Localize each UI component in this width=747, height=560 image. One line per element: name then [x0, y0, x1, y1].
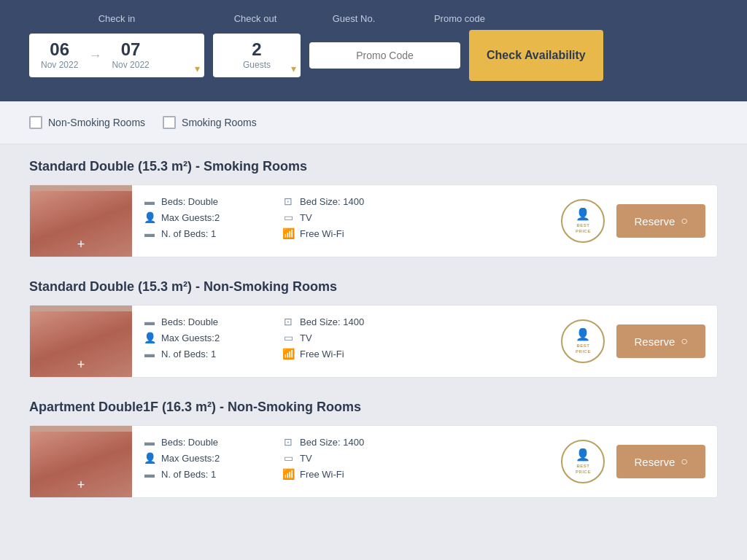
promo-input[interactable] — [321, 50, 449, 61]
booking-bar: Check in Check out Guest No. Promo code … — [0, 0, 747, 101]
guest-dropdown-icon: ▾ — [291, 63, 296, 74]
wifi-spec-2: 📶 Free Wi-Fi — [282, 348, 399, 359]
room-amenities-3: ⊡ Bed Size: 1400 ▭ TV 📶 Free Wi-Fi — [282, 436, 399, 487]
tv-label-2: TV — [300, 332, 312, 343]
max-guests-label-2: Max Guests:2 — [161, 332, 220, 343]
room-title-1: Standard Double (15.3 m²) - Smoking Room… — [29, 159, 718, 174]
filter-section: Non-Smoking Rooms Smoking Rooms — [0, 101, 747, 144]
monitor-icon-1: ▭ — [282, 211, 294, 223]
non-smoking-filter[interactable]: Non-Smoking Rooms — [29, 116, 145, 129]
rooms-section: Standard Double (15.3 m²) - Smoking Room… — [0, 144, 747, 534]
guest-unit: Guests — [243, 60, 271, 70]
room-price-area-1: 👤 BEST PRICE Reserve ○ — [549, 185, 717, 257]
expand-photos-icon-1[interactable]: + — [77, 237, 85, 252]
room-amenities-2: ⊡ Bed Size: 1400 ▭ TV 📶 Free Wi-Fi — [282, 316, 399, 367]
guest-label: Guest No. — [306, 13, 401, 24]
wifi-icon-3: 📶 — [282, 468, 294, 480]
expand-photos-icon-2[interactable]: + — [77, 357, 85, 373]
reserve-button-3[interactable]: Reserve ○ — [616, 445, 705, 478]
person-icon-1: 👤 — [144, 211, 155, 223]
max-guests-spec-1: 👤 Max Guests:2 — [144, 211, 260, 223]
bed-size-label-2: Bed Size: 1400 — [300, 316, 364, 327]
wifi-label-3: Free Wi-Fi — [300, 469, 344, 480]
room-card-1: + ▬ Beds: Double 👤 Max Guests:2 ▬ N. of … — [29, 184, 718, 257]
room-card-3: + ▬ Beds: Double 👤 Max Guests:2 ▬ N. of … — [29, 425, 718, 498]
bed-size-spec-1: ⊡ Bed Size: 1400 — [282, 195, 399, 207]
best-price-badge-2: 👤 BEST PRICE — [561, 319, 605, 363]
calendar-icon: ▾ — [195, 63, 200, 74]
reserve-icon-3: ○ — [681, 455, 688, 468]
best-price-badge-3: 👤 BEST PRICE — [561, 440, 605, 483]
best-price-badge-1: 👤 BEST PRICE — [561, 199, 605, 243]
beds-spec-2: ▬ Beds: Double — [144, 316, 260, 327]
check-availability-button[interactable]: Check Availability — [469, 30, 603, 81]
tv-spec-1: ▭ TV — [282, 211, 399, 223]
room-group-3: Apartment Double1F (16.3 m²) - Non-Smoki… — [29, 400, 718, 498]
non-smoking-checkbox[interactable] — [29, 116, 42, 129]
room-price-area-3: 👤 BEST PRICE Reserve ○ — [549, 426, 717, 497]
room-group-2: Standard Double (15.3 m²) - Non-Smoking … — [29, 279, 718, 378]
beds-label-3: Beds: Double — [161, 437, 218, 448]
expand-photos-icon-3[interactable]: + — [77, 478, 85, 493]
room-image-3: + — [30, 426, 132, 497]
wifi-label-1: Free Wi-Fi — [300, 228, 344, 239]
beds-label-2: Beds: Double — [161, 316, 218, 327]
room-price-area-2: 👤 BEST PRICE Reserve ○ — [549, 306, 717, 377]
smoking-checkbox[interactable] — [163, 116, 176, 129]
room-title-2: Standard Double (15.3 m²) - Non-Smoking … — [29, 279, 718, 295]
bed-size-spec-3: ⊡ Bed Size: 1400 — [282, 436, 399, 448]
checkout-month: Nov 2022 — [112, 60, 149, 70]
resize-icon-3: ⊡ — [282, 436, 294, 448]
bed-size-spec-2: ⊡ Bed Size: 1400 — [282, 316, 399, 327]
checkin-date: 06 Nov 2022 — [41, 41, 78, 70]
smoking-filter[interactable]: Smoking Rooms — [163, 116, 257, 129]
booking-labels: Check in Check out Guest No. Promo code — [29, 13, 718, 24]
badge-text-3: BEST — [576, 343, 589, 349]
wifi-icon-1: 📶 — [282, 228, 294, 239]
reserve-label-3: Reserve — [634, 456, 675, 468]
max-guests-spec-2: 👤 Max Guests:2 — [144, 332, 260, 343]
badge-text-1: BEST — [576, 223, 589, 229]
person-icon-3: 👤 — [144, 452, 155, 464]
checkout-day: 07 — [121, 41, 141, 58]
date-range-picker[interactable]: 06 Nov 2022 → 07 Nov 2022 ▾ — [29, 34, 204, 77]
monitor-icon-2: ▭ — [282, 332, 294, 343]
room-specs-1: ▬ Beds: Double 👤 Max Guests:2 ▬ N. of Be… — [144, 195, 260, 246]
smoking-label: Smoking Rooms — [182, 117, 257, 128]
n-beds-label-3: N. of Beds: 1 — [161, 469, 216, 480]
guest-picker[interactable]: 2 Guests ▾ — [213, 34, 301, 77]
beds-spec-3: ▬ Beds: Double — [144, 436, 260, 448]
checkout-date: 07 Nov 2022 — [112, 41, 149, 70]
promo-code-field[interactable] — [309, 42, 460, 69]
wifi-icon-2: 📶 — [282, 348, 294, 359]
bed-icon-1: ▬ — [144, 195, 155, 207]
badge-text-6: PRICE — [576, 470, 591, 475]
reserve-icon-1: ○ — [681, 214, 688, 228]
bed-size-label-1: Bed Size: 1400 — [300, 196, 364, 207]
layers-icon-1: ▬ — [144, 228, 155, 239]
room-specs-2: ▬ Beds: Double 👤 Max Guests:2 ▬ N. of Be… — [144, 316, 260, 367]
reserve-icon-2: ○ — [681, 335, 688, 348]
badge-person-icon-2: 👤 — [576, 327, 591, 343]
resize-icon-2: ⊡ — [282, 316, 294, 327]
room-title-3: Apartment Double1F (16.3 m²) - Non-Smoki… — [29, 400, 718, 415]
room-card-2: + ▬ Beds: Double 👤 Max Guests:2 ▬ N. of … — [29, 305, 718, 378]
bed-icon-3: ▬ — [144, 436, 155, 448]
tv-spec-3: ▭ TV — [282, 452, 399, 464]
badge-person-icon-3: 👤 — [576, 448, 591, 463]
reserve-button-2[interactable]: Reserve ○ — [616, 324, 705, 358]
room-image-2: + — [30, 306, 132, 377]
arrow-right-icon: → — [88, 48, 101, 63]
badge-text-4: PRICE — [576, 349, 591, 355]
n-beds-spec-1: ▬ N. of Beds: 1 — [144, 228, 260, 239]
checkin-label: Check in — [29, 13, 204, 24]
reserve-button-1[interactable]: Reserve ○ — [616, 204, 705, 238]
beds-label-1: Beds: Double — [161, 196, 218, 207]
booking-inputs: 06 Nov 2022 → 07 Nov 2022 ▾ 2 Guests ▾ C… — [29, 30, 718, 81]
checkin-month: Nov 2022 — [41, 60, 78, 70]
room-image-1: + — [30, 185, 132, 257]
badge-person-icon-1: 👤 — [576, 207, 591, 222]
tv-spec-2: ▭ TV — [282, 332, 399, 343]
room-details-1: ▬ Beds: Double 👤 Max Guests:2 ▬ N. of Be… — [132, 185, 549, 257]
badge-text-2: PRICE — [576, 229, 591, 235]
